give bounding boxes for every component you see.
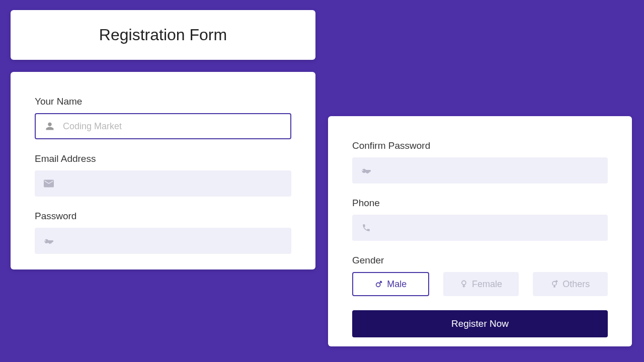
phone-icon (360, 223, 372, 232)
password-field-group: Password (35, 211, 291, 254)
gender-option-others[interactable]: Others (533, 272, 608, 296)
female-icon (460, 280, 468, 288)
confirm-password-label: Confirm Password (352, 140, 608, 151)
gender-option-female-label: Female (472, 279, 502, 290)
gender-option-male[interactable]: Male (352, 272, 429, 296)
male-icon (375, 280, 383, 288)
phone-label: Phone (352, 198, 608, 209)
register-button[interactable]: Register Now (352, 310, 608, 337)
others-icon (550, 280, 558, 288)
confirm-password-field-group: Confirm Password (352, 140, 608, 184)
key-icon (43, 236, 55, 245)
confirm-password-input[interactable] (379, 165, 600, 176)
gender-label: Gender (352, 255, 608, 266)
svg-point-1 (462, 281, 466, 285)
form-card-right: Confirm Password Phone Gender Male (328, 116, 632, 346)
form-card-left: Your Name Email Address Password (11, 72, 315, 269)
gender-field-group: Gender Male Female Others (352, 255, 608, 296)
gender-option-others-label: Others (562, 279, 590, 290)
phone-field-group: Phone (352, 198, 608, 241)
email-field-group: Email Address (35, 153, 291, 197)
email-label: Email Address (35, 153, 291, 164)
password-input-wrap[interactable] (35, 228, 291, 254)
gender-options-row: Male Female Others (352, 272, 608, 296)
password-input[interactable] (62, 236, 283, 246)
header-card: Registration Form (11, 10, 315, 60)
email-input-wrap[interactable] (35, 170, 291, 197)
name-label: Your Name (35, 96, 291, 107)
user-icon (44, 122, 56, 131)
key-icon (360, 166, 372, 175)
email-input[interactable] (62, 178, 283, 189)
name-input[interactable] (63, 121, 282, 132)
mail-icon (43, 179, 55, 188)
confirm-password-input-wrap[interactable] (352, 157, 608, 184)
gender-option-female[interactable]: Female (443, 272, 518, 296)
name-field-group: Your Name (35, 96, 291, 139)
password-label: Password (35, 211, 291, 222)
gender-option-male-label: Male (387, 279, 407, 290)
phone-input[interactable] (379, 223, 600, 233)
page-title: Registration Form (99, 26, 227, 44)
phone-input-wrap[interactable] (352, 215, 608, 241)
name-input-wrap[interactable] (35, 113, 291, 139)
